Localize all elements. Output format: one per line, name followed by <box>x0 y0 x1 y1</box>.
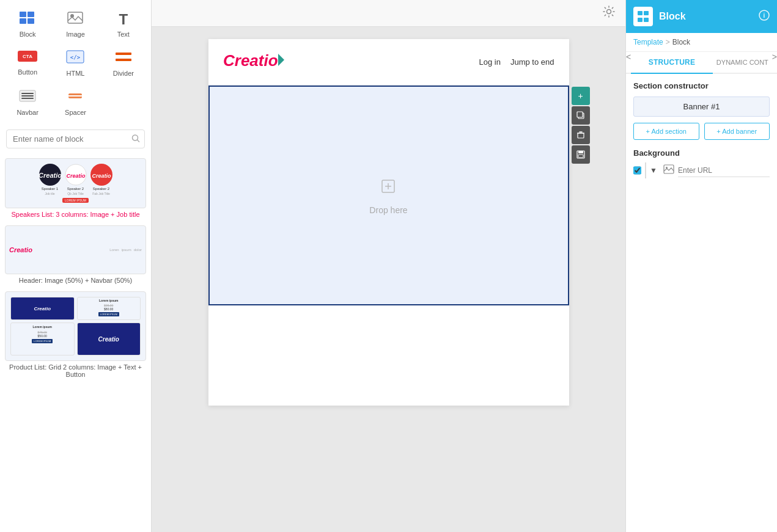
svg-rect-15 <box>21 98 34 99</box>
svg-rect-2 <box>20 18 26 24</box>
sidebar-item-image[interactable]: Image <box>53 5 98 42</box>
svg-rect-1 <box>28 12 34 17</box>
button-label: Button <box>18 68 37 76</box>
spacer-icon <box>66 89 84 106</box>
background-url-input[interactable] <box>678 164 770 177</box>
background-image-icon[interactable] <box>663 164 674 177</box>
tab-structure[interactable]: STRUCTURE <box>631 52 713 74</box>
email-canvas: Creatio Log in Jump to end <box>208 39 569 406</box>
background-color-dropdown[interactable]: ▼ <box>650 166 657 175</box>
breadcrumb-parent[interactable]: Template <box>633 38 663 46</box>
add-block-button[interactable]: + <box>572 87 590 105</box>
product-list-block[interactable]: Creatio Lorem ipsum $95.00 $80.00 LOREM … <box>5 291 146 378</box>
sidebar-item-divider[interactable]: Divider <box>101 44 146 81</box>
block-search <box>6 129 145 148</box>
section-constructor-title: Section constructor <box>633 81 770 90</box>
email-nav-jump[interactable]: Jump to end <box>510 57 554 67</box>
svg-rect-42 <box>638 18 643 22</box>
svg-marker-28 <box>278 54 284 66</box>
main-canvas-area: Creatio Log in Jump to end <box>152 0 625 532</box>
spacer-label: Spacer <box>65 109 86 116</box>
action-buttons: + Add section + Add banner <box>633 123 770 140</box>
panel-header: Block i <box>626 0 777 33</box>
sidebar-item-block[interactable]: Block <box>5 5 50 42</box>
svg-rect-41 <box>644 11 649 15</box>
divider-label: Divider <box>113 70 134 77</box>
html-label: HTML <box>67 70 85 77</box>
navbar-icon <box>18 89 37 106</box>
sidebar-item-text[interactable]: T Text <box>101 5 146 42</box>
add-banner-button[interactable]: + Add banner <box>704 123 770 140</box>
right-panel: Block i Template > Block < STRUCTURE DYN… <box>625 0 777 532</box>
drop-zone-text: Drop here <box>369 205 407 215</box>
sidebar-item-spacer[interactable]: Spacer <box>53 83 98 120</box>
svg-rect-39 <box>578 155 583 158</box>
svg-text:Creatio: Creatio <box>92 173 111 179</box>
panel-tab-prev[interactable]: < <box>626 52 631 73</box>
sidebar-item-button[interactable]: CTA Button <box>5 44 50 81</box>
svg-text:Creatio: Creatio <box>223 51 278 70</box>
add-section-button[interactable]: + Add section <box>633 123 699 140</box>
header-block[interactable]: Creatio Lorenipsumdolor Header: Image (5… <box>5 225 146 284</box>
drop-zone: Drop here <box>369 177 407 215</box>
sidebar-item-navbar[interactable]: Navbar <box>5 83 50 120</box>
header-links-mini: Lorenipsumdolor <box>109 248 142 252</box>
breadcrumb-current: Block <box>672 38 690 46</box>
svg-line-19 <box>138 140 140 142</box>
banner-item[interactable]: Banner #1 <box>633 97 770 117</box>
speakers-list-block[interactable]: Creatio Speaker 1 Job tile Creatio Speak… <box>5 158 146 218</box>
svg-text:Creatio: Creatio <box>66 173 86 179</box>
save-block-button[interactable] <box>572 145 590 164</box>
block-label: Block <box>20 31 36 38</box>
email-logo: Creatio <box>223 49 296 75</box>
svg-text:CTA: CTA <box>23 54 32 59</box>
svg-rect-34 <box>578 133 584 138</box>
sidebar-item-html[interactable]: </> HTML <box>53 44 98 81</box>
breadcrumb: Template > Block <box>626 33 777 52</box>
speakers-list-label: Speakers List: 3 columns: Image + Job ti… <box>5 211 146 218</box>
background-color-swatch[interactable] <box>645 162 646 178</box>
svg-point-18 <box>133 135 138 140</box>
canvas-area: Creatio Log in Jump to end <box>152 27 625 532</box>
panel-tab-next[interactable]: > <box>772 52 777 73</box>
svg-text:Creatio: Creatio <box>39 172 61 179</box>
email-header: Creatio Log in Jump to end <box>208 39 569 86</box>
image-label: Image <box>66 31 85 38</box>
svg-rect-40 <box>638 11 643 15</box>
settings-icon[interactable] <box>602 5 616 21</box>
background-checkbox[interactable] <box>633 166 641 175</box>
svg-rect-3 <box>28 18 34 24</box>
panel-tabs: < STRUCTURE DYNAMIC CONT > <box>626 52 777 74</box>
block-icon <box>19 11 36 28</box>
tab-dynamic-content[interactable]: DYNAMIC CONT <box>713 52 772 73</box>
product-list-label: Product List: Grid 2 columns: Image + Te… <box>5 363 146 378</box>
text-label: Text <box>117 31 130 38</box>
component-grid: Block Image T Text CTA <box>0 0 151 125</box>
breadcrumb-separator: > <box>666 38 670 46</box>
svg-rect-43 <box>644 18 649 22</box>
panel-body: Section constructor Banner #1 + Add sect… <box>626 74 777 532</box>
block-list: Creatio Speaker 1 Job tile Creatio Speak… <box>0 153 151 383</box>
main-toolbar <box>152 0 625 27</box>
svg-rect-10 <box>116 53 131 55</box>
svg-text:i: i <box>764 12 765 19</box>
background-title: Background <box>633 148 770 158</box>
svg-point-26 <box>607 10 611 14</box>
divider-icon <box>114 50 133 67</box>
email-nav-login[interactable]: Log in <box>479 57 501 67</box>
svg-rect-14 <box>21 95 34 97</box>
search-input[interactable] <box>6 129 145 148</box>
svg-rect-13 <box>21 93 34 94</box>
header-block-label: Header: Image (50%) + Navbar (50%) <box>5 277 146 284</box>
text-icon: T <box>119 11 128 28</box>
navbar-label: Navbar <box>17 109 38 116</box>
svg-rect-0 <box>20 12 26 17</box>
email-nav: Log in Jump to end <box>479 57 554 67</box>
image-icon <box>67 11 84 28</box>
delete-block-button[interactable] <box>572 126 590 144</box>
copy-block-button[interactable] <box>572 106 590 125</box>
background-controls: ▼ <box>633 162 770 178</box>
search-icon[interactable] <box>131 134 140 144</box>
svg-rect-38 <box>578 151 583 153</box>
info-icon[interactable]: i <box>759 10 770 23</box>
